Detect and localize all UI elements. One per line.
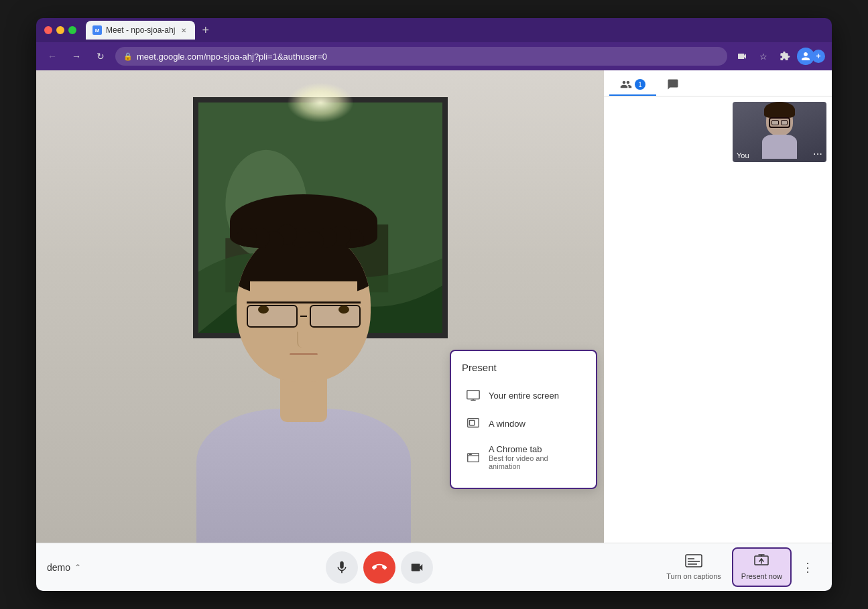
entire-screen-icon	[466, 388, 481, 403]
captions-label: Turn on captions	[666, 572, 721, 580]
maximize-button[interactable]	[68, 26, 76, 34]
chrome-tab-sublabel: Best for video and animation	[489, 454, 581, 470]
entire-screen-label: Your entire screen	[489, 391, 559, 401]
meeting-chevron-icon: ⌃	[74, 563, 81, 572]
url-text: meet.google.com/npo-sjoa-ahj?pli=1&authu…	[137, 52, 327, 62]
svg-rect-10	[686, 555, 702, 567]
profile-add-button[interactable]: +	[812, 50, 825, 63]
mute-button[interactable]	[326, 551, 358, 584]
tab-participants[interactable]: 1	[609, 73, 656, 96]
present-popup: Present Your entire screen	[450, 350, 597, 489]
tab-title: Meet - npo-sjoa-ahj	[106, 25, 175, 35]
video-button[interactable]	[401, 551, 433, 584]
window-label: A window	[489, 419, 525, 429]
tab-close-button[interactable]: ✕	[179, 25, 188, 35]
bottom-bar: demo ⌃	[36, 543, 832, 591]
active-tab[interactable]: M Meet - npo-sjoa-ahj ✕	[86, 21, 195, 40]
participant-badge: 1	[635, 79, 645, 90]
camera-icon[interactable]	[733, 47, 751, 66]
present-popup-title: Present	[462, 362, 585, 373]
captions-icon	[685, 554, 702, 571]
window-icon	[466, 416, 481, 431]
close-button[interactable]	[44, 26, 52, 34]
center-controls	[101, 551, 658, 584]
toolbar: ← → ↻ 🔒 meet.google.com/npo-sjoa-ahj?pli…	[36, 42, 832, 70]
chrome-tab-label: A Chrome tab	[489, 444, 581, 454]
more-options-button[interactable]: ⋮	[794, 554, 821, 581]
bookmark-icon[interactable]: ☆	[754, 47, 773, 66]
back-button[interactable]: ←	[43, 47, 62, 66]
present-now-button[interactable]: Present now	[732, 547, 792, 587]
self-video-label: You	[737, 151, 749, 159]
traffic-lights	[44, 26, 76, 34]
forward-button[interactable]: →	[67, 47, 86, 66]
new-tab-button[interactable]: +	[198, 23, 213, 38]
participants-area	[604, 167, 832, 543]
title-bar: M Meet - npo-sjoa-ahj ✕ +	[36, 18, 832, 42]
present-now-label: Present now	[741, 572, 782, 580]
chrome-tab-icon	[466, 450, 481, 465]
address-bar[interactable]: 🔒 meet.google.com/npo-sjoa-ahj?pli=1&aut…	[115, 47, 727, 66]
meet-container: Present Your entire screen	[36, 70, 832, 591]
present-chrome-tab-option[interactable]: A Chrome tab Best for video and animatio…	[462, 437, 585, 477]
self-video-tile: You ⋯	[733, 102, 826, 162]
main-video: Present Your entire screen	[36, 70, 604, 543]
right-controls: Turn on captions Present now ⋮	[658, 547, 821, 587]
extensions-icon[interactable]	[776, 47, 794, 66]
tab-chat[interactable]	[656, 73, 690, 96]
meeting-name-text: demo	[47, 562, 70, 573]
minimize-button[interactable]	[56, 26, 64, 34]
present-now-icon	[754, 554, 769, 571]
present-window-option[interactable]: A window	[462, 409, 585, 437]
self-video-area: You ⋯	[604, 96, 832, 167]
tab-area: M Meet - npo-sjoa-ahj ✕ +	[86, 21, 824, 40]
end-call-button[interactable]	[363, 551, 395, 584]
meeting-name: demo ⌃	[47, 562, 101, 573]
self-video-more-button[interactable]: ⋯	[813, 149, 822, 159]
captions-button[interactable]: Turn on captions	[658, 549, 729, 586]
sidebar-tabs: 1	[604, 70, 832, 96]
browser-window: M Meet - npo-sjoa-ahj ✕ + ← → ↻ 🔒 meet.g…	[36, 18, 832, 591]
toolbar-actions: ☆ +	[733, 47, 825, 66]
reload-button[interactable]: ↻	[91, 47, 110, 66]
lock-icon: 🔒	[123, 52, 133, 61]
video-area: Present Your entire screen	[36, 70, 832, 543]
present-entire-screen-option[interactable]: Your entire screen	[462, 381, 585, 409]
right-sidebar: 1	[604, 70, 832, 543]
svg-rect-4	[467, 391, 479, 399]
tab-favicon: M	[92, 25, 102, 35]
svg-rect-8	[470, 420, 475, 425]
